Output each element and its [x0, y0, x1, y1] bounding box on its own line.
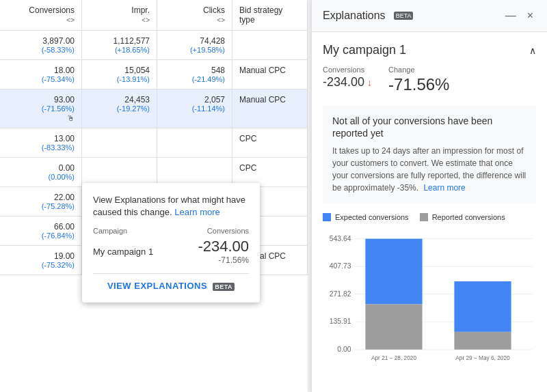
info-card-title: Not all of your conversions have been re…	[332, 115, 526, 139]
panel-title: Explanations	[323, 10, 386, 22]
sort-icon-impr: <>	[142, 16, 150, 24]
view-explanations-button[interactable]: VIEW EXPLANATIONS BETA	[107, 281, 235, 291]
col-header-conversions[interactable]: Conversions <>	[0, 0, 82, 30]
campaign-name-header: My campaign 1 ∧	[323, 43, 536, 57]
bar-expected-2	[454, 281, 511, 332]
cell-conversions-7: 19.00 (-75.32%)	[0, 246, 82, 275]
cell-conversions-5: 22.00 (-75.28%)	[0, 187, 82, 216]
chart-area: Expected conversions Reported conversion…	[323, 213, 536, 373]
legend-reported: Reported conversions	[420, 213, 505, 221]
change-stat-value: -71.56%	[388, 75, 449, 94]
svg-text:Apr 21 – 28, 2020: Apr 21 – 28, 2020	[371, 355, 416, 362]
cell-clicks-0: 74,428 (+19.58%)	[157, 31, 232, 59]
svg-text:543.64: 543.64	[330, 235, 351, 242]
cell-bid-4: CPC	[232, 158, 308, 186]
bar-reported-2	[454, 332, 511, 350]
tooltip-table-header: Campaign Conversions	[93, 227, 249, 238]
table-row[interactable]: 3,897.00 (-58.33%) 1,112,577 (+18.65%) 7…	[0, 31, 308, 60]
cell-conversions-3: 13.00 (-83.33%)	[0, 128, 82, 157]
tooltip-description: View Explanations for what might have ca…	[93, 194, 249, 219]
arrow-down-icon: ↓	[367, 77, 372, 88]
cell-conversions-0: 3,897.00 (-58.33%)	[0, 31, 82, 59]
panel-beta-badge: BETA	[394, 12, 414, 20]
conversions-stat-value: -234.00 ↓	[323, 75, 372, 89]
cell-bid-2: Manual CPC	[232, 89, 308, 128]
cell-impr-0: 1,112,577 (+18.65%)	[82, 31, 157, 59]
cell-impr-2: 24,453 (-19.27%)	[82, 89, 157, 128]
change-stat-label: Change	[388, 66, 449, 74]
panel-learn-more-link[interactable]: Learn more	[423, 183, 465, 193]
tooltip-campaign-name: My campaign 1	[93, 247, 153, 257]
chart-svg: 543.64 407.73 271.82 135.91 0.00	[323, 228, 536, 370]
panel-header-actions: — ×	[503, 8, 536, 23]
svg-text:271.82: 271.82	[330, 290, 351, 298]
campaign-stats: Conversions -234.00 ↓ Change -71.56%	[323, 66, 536, 94]
tooltip-conversion-value: -234.00	[198, 238, 249, 255]
conversions-stat-label: Conversions	[323, 66, 372, 74]
cell-bid-0	[232, 31, 308, 59]
info-card-text: It takes up to 24 days after an impressi…	[332, 145, 526, 194]
panel-body: My campaign 1 ∧ Conversions -234.00 ↓ Ch…	[312, 32, 547, 392]
tooltip-beta-badge: BETA	[213, 283, 235, 291]
chart-legend: Expected conversions Reported conversion…	[323, 213, 536, 221]
legend-expected: Expected conversions	[323, 213, 409, 221]
col-header-clicks[interactable]: Clicks <>	[157, 0, 232, 30]
tooltip-learn-more-link[interactable]: Learn more	[174, 207, 219, 217]
svg-text:0.00: 0.00	[337, 346, 351, 353]
explanations-panel: Explanations BETA — × My campaign 1 ∧ Co…	[311, 0, 547, 392]
cell-clicks-4	[157, 158, 232, 186]
svg-text:135.91: 135.91	[330, 318, 351, 326]
tooltip-popup: View Explanations for what might have ca…	[82, 183, 260, 303]
cell-bid-1: Manual CPC	[232, 60, 308, 89]
tooltip-btn-row: VIEW EXPLANATIONS BETA	[93, 273, 249, 292]
panel-close-button[interactable]: ×	[524, 8, 536, 23]
cell-impr-3	[82, 128, 157, 157]
table-header: Conversions <> Impr. <> Clicks <> Bid st…	[0, 0, 308, 31]
cell-impr-4	[82, 158, 157, 186]
table-row[interactable]: 93.00 (-71.56%) 🖱 24,453 (-19.27%) 2,057…	[0, 89, 308, 128]
info-card: Not all of your conversions have been re…	[323, 105, 536, 204]
sort-icon-clicks: <>	[217, 16, 225, 24]
tooltip-table-row: My campaign 1 -234.00 -71.56%	[93, 238, 249, 265]
panel-expand-icon[interactable]: ∧	[529, 45, 536, 56]
conversions-stat: Conversions -234.00 ↓	[323, 66, 372, 94]
cell-conversions-1: 18.00 (-75.34%)	[0, 60, 82, 89]
cell-bid-3: CPC	[232, 128, 308, 157]
cell-clicks-2: 2,057 (-11.14%)	[157, 89, 232, 128]
cell-impr-1: 15,054 (-13.91%)	[82, 60, 157, 89]
cell-conversions-2: 93.00 (-71.56%) 🖱	[0, 89, 82, 128]
table-row[interactable]: 18.00 (-75.34%) 15,054 (-13.91%) 548 (-2…	[0, 60, 308, 89]
tooltip-conversion-pct: -71.56%	[198, 255, 249, 265]
panel-header: Explanations BETA — ×	[312, 0, 547, 32]
svg-text:407.73: 407.73	[330, 263, 351, 270]
col-header-bid[interactable]: Bid strategy type	[232, 0, 308, 30]
panel-minimize-button[interactable]: —	[503, 8, 519, 23]
cell-clicks-1: 548 (-21.49%)	[157, 60, 232, 89]
cell-clicks-3	[157, 128, 232, 157]
table-row[interactable]: 13.00 (-83.33%) CPC	[0, 128, 308, 158]
tooltip-table: Campaign Conversions My campaign 1 -234.…	[93, 227, 249, 265]
legend-reported-color	[420, 213, 428, 221]
cell-conversions-4: 0.00 (0.00%)	[0, 158, 82, 186]
bar-reported-1	[365, 305, 422, 350]
cell-conversions-6: 66.00 (-76.84%)	[0, 216, 82, 245]
legend-expected-color	[323, 213, 331, 221]
svg-text:Apr 29 – May 6, 2020: Apr 29 – May 6, 2020	[455, 355, 510, 362]
change-stat: Change -71.56%	[388, 66, 449, 94]
col-header-impr[interactable]: Impr. <>	[82, 0, 157, 30]
sort-icon-conversions: <>	[66, 16, 75, 24]
bar-expected-1	[365, 239, 422, 305]
